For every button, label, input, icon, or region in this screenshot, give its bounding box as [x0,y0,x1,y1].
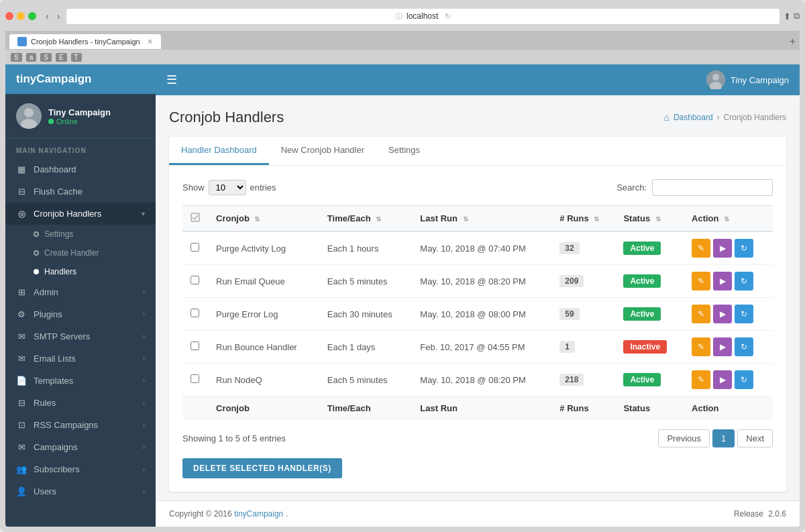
sidebar-item-rss-campaigns[interactable]: ⊡ RSS Campaigns › [5,414,156,436]
edit-button[interactable]: ✎ [692,370,710,389]
breadcrumb-separator: › [717,113,720,122]
tab-close-button[interactable]: ✕ [147,38,153,46]
sidebar-item-flush-cache[interactable]: ⊟ Flush Cache [5,180,156,203]
footer-release: Release 2.0.6 [734,509,786,519]
run-button[interactable]: ▶ [713,272,732,290]
reload-icon[interactable]: ↻ [445,12,451,21]
bookmark-3[interactable]: S [40,53,52,62]
refresh-button[interactable]: ↻ [735,337,753,356]
run-button[interactable]: ▶ [713,305,732,323]
share-button[interactable]: ⬆ [784,11,791,21]
row-cronjob: Run Email Queue [208,265,319,298]
prev-button[interactable]: Previous [658,429,710,447]
sidebar-item-cronjob-handlers[interactable]: ◎ Cronjob Handlers ▾ [5,203,156,225]
row-time-each: Each 5 minutes [319,265,412,298]
tab-settings[interactable]: Settings [376,137,432,165]
row-actions: ✎ ▶ ↻ [684,331,773,364]
main-card: Handler Dashboard New Cronjob Handler Se… [169,137,786,492]
refresh-button[interactable]: ↻ [735,370,753,389]
row-checkbox[interactable] [191,243,199,252]
refresh-button[interactable]: ↻ [735,272,753,290]
run-button[interactable]: ▶ [713,239,732,258]
tab-handler-dashboard[interactable]: Handler Dashboard [169,137,269,165]
next-button[interactable]: Next [737,429,773,447]
col-status[interactable]: Status ⇅ [615,206,684,232]
row-status: Active [615,231,684,265]
sidebar-item-templates[interactable]: 📄 Templates › [5,370,156,392]
cronjob-icon: ◎ [16,209,27,219]
sidebar-item-label: Users [34,486,136,496]
sidebar-sub-create-handler[interactable]: Create Handler [5,244,156,262]
sidebar-item-admin[interactable]: ⊞ Admin › [5,281,156,303]
row-checkbox[interactable] [191,276,199,284]
chevron-right-icon: › [143,466,145,473]
refresh-button[interactable]: ↻ [735,305,753,323]
sidebar-item-plugins[interactable]: ⚙ Plugins › [5,303,156,325]
dot-yellow[interactable] [17,12,25,20]
row-checkbox[interactable] [191,309,199,317]
table-row: Run Bounce Handler Each 1 days Feb. 10, … [182,331,773,364]
entries-select[interactable]: 10 25 50 100 [209,180,246,195]
page-1-button[interactable]: 1 [712,429,735,447]
sidebar-item-campaigns[interactable]: ✉ Campaigns › [5,436,156,458]
col-time-each[interactable]: Time/Each ⇅ [319,206,412,232]
top-user[interactable]: Tiny Campaign [706,70,789,89]
bookmark-1[interactable]: S [11,53,22,62]
browser-nav: ‹ › [43,9,62,23]
search-input[interactable] [652,179,773,196]
edit-button[interactable]: ✎ [692,239,710,258]
cronjob-table: Cronjob ⇅ Time/Each ⇅ Last Run [182,205,773,420]
bookmark-5[interactable]: T [71,53,82,62]
user-status: Online [48,117,111,125]
run-button[interactable]: ▶ [713,370,732,389]
sidebar-item-rules[interactable]: ⊟ Rules › [5,392,156,414]
dot-green[interactable] [28,12,36,20]
sidebar-item-users[interactable]: 👤 Users › [5,480,156,502]
sidebar-item-label: Campaigns [34,442,136,452]
footer-brand-link[interactable]: tinyCampaign [234,509,283,519]
forward-button[interactable]: › [54,9,63,23]
new-tab-button[interactable]: + [790,36,796,48]
tab-new-cronjob-handler[interactable]: New Cronjob Handler [269,137,376,165]
table-footer-row: Cronjob Time/Each Last Run # Runs Status… [182,396,773,421]
tab-favicon [17,37,27,46]
footer-col-cronjob: Cronjob [208,396,319,421]
sidebar-sub-label: Settings [44,229,73,239]
sidebar-header: tinyCampaign [5,64,156,94]
refresh-button[interactable]: ↻ [735,239,753,258]
edit-button[interactable]: ✎ [692,272,710,290]
bookmark-2[interactable]: a [26,53,37,62]
maximize-button[interactable]: ⧉ [794,11,800,21]
delete-selected-button[interactable]: Delete Selected Handler(s) [182,458,342,478]
browser-tab[interactable]: Cronjob Handlers - tinyCampaign ✕ [9,34,161,49]
back-button[interactable]: ‹ [43,9,52,23]
sidebar-item-smtp-servers[interactable]: ✉ SMTP Servers › [5,325,156,348]
sidebar-sub-settings[interactable]: Settings [5,225,156,244]
row-num-runs: 218 [551,364,615,396]
sidebar-item-email-lists[interactable]: ✉ Email Lists › [5,348,156,370]
bookmark-4[interactable]: E [56,53,67,62]
footer-col-num-runs: # Runs [551,396,615,421]
breadcrumb-home[interactable]: Dashboard [674,113,713,122]
row-checkbox[interactable] [191,374,199,383]
browser-url-bar[interactable]: ⓘ localhost ↻ [66,9,780,24]
footer-col-time-each: Time/Each [319,396,412,421]
users-icon: 👤 [16,486,27,496]
col-last-run[interactable]: Last Run ⇅ [412,206,551,232]
edit-button[interactable]: ✎ [692,337,710,356]
sidebar-sub-handlers[interactable]: Handlers [5,262,156,281]
col-cronjob[interactable]: Cronjob ⇅ [208,206,319,232]
main-content: ☰ Tiny Campaign [156,64,800,527]
run-button[interactable]: ▶ [713,337,732,356]
dot-red[interactable] [5,12,13,20]
edit-button[interactable]: ✎ [692,305,710,323]
hamburger-icon[interactable]: ☰ [166,72,177,87]
row-status: Active [615,298,684,331]
row-checkbox[interactable] [191,341,199,350]
col-num-runs[interactable]: # Runs ⇅ [551,206,615,232]
sidebar-item-dashboard[interactable]: ▦ Dashboard [5,158,156,180]
col-action[interactable]: Action ⇅ [684,206,773,232]
search-label: Search: [616,182,647,193]
sort-icon: ⇅ [655,215,661,223]
sidebar-item-subscribers[interactable]: 👥 Subscribers › [5,458,156,480]
